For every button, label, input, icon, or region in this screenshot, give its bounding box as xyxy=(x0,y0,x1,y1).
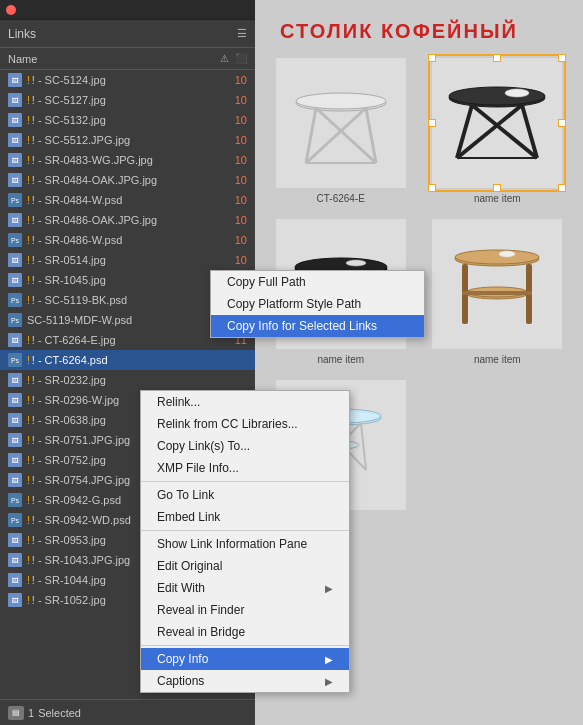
link-type-icon: 🖼 xyxy=(8,253,22,267)
menu-item-label: Show Link Information Pane xyxy=(157,537,307,551)
link-type-icon: 🖼 xyxy=(8,213,22,227)
svg-rect-29 xyxy=(462,291,532,295)
menu-separator xyxy=(141,530,349,531)
link-name: ! - SC-5132.jpg xyxy=(32,114,231,126)
warning-icon: ! xyxy=(27,95,30,106)
column-icons: ⚠ ⬛ xyxy=(220,53,247,64)
link-item[interactable]: 🖼!! - SC-5127.jpg10 xyxy=(0,90,255,110)
warning-icon: ! xyxy=(27,115,30,126)
warning-icon: ! xyxy=(27,275,30,286)
menu-item-embed-link[interactable]: Embed Link xyxy=(141,506,349,528)
link-name: ! - SC-5512.JPG.jpg xyxy=(32,134,231,146)
menu-item-reveal-finder[interactable]: Reveal in Finder xyxy=(141,599,349,621)
link-number: 10 xyxy=(231,114,247,126)
menu-item-label: Copy Info xyxy=(157,652,208,666)
submenu-item-copy-info-selected[interactable]: Copy Info for Selected Links xyxy=(211,315,424,337)
warning-icon: ! xyxy=(27,535,30,546)
selected-label: Selected xyxy=(38,707,81,719)
link-item[interactable]: 🖼!! - SC-5512.JPG.jpg10 xyxy=(0,130,255,150)
warning-icon: ! xyxy=(27,155,30,166)
link-number: 10 xyxy=(231,174,247,186)
link-name: ! - SR-0486-OAK.JPG.jpg xyxy=(32,214,231,226)
link-type-icon: Ps xyxy=(8,513,22,527)
link-item[interactable]: Ps!! - SR-0486-W.psd10 xyxy=(0,230,255,250)
product-cell-2[interactable]: name item xyxy=(427,58,569,204)
menu-item-show-link-info[interactable]: Show Link Information Pane xyxy=(141,533,349,555)
warning-icon: ! xyxy=(27,255,30,266)
link-item[interactable]: 🖼!! - SR-0232.jpg xyxy=(0,370,255,390)
link-type-icon: 🖼 xyxy=(8,453,22,467)
product-label-2: name item xyxy=(474,193,521,204)
menu-item-captions[interactable]: Captions▶ xyxy=(141,670,349,692)
panel-footer: ▤ 1 Selected xyxy=(0,699,255,725)
warning-icon: ! xyxy=(27,75,30,86)
menu-item-copy-info[interactable]: Copy Info▶ xyxy=(141,648,349,670)
menu-item-relink-cc[interactable]: Relink from CC Libraries... xyxy=(141,413,349,435)
product-cell-4[interactable]: name item xyxy=(427,219,569,365)
link-type-icon: Ps xyxy=(8,353,22,367)
link-number: 10 xyxy=(231,194,247,206)
link-type-icon: 🖼 xyxy=(8,393,22,407)
menu-item-xmp-info[interactable]: XMP File Info... xyxy=(141,457,349,479)
product-image-wrapper-1 xyxy=(276,58,406,188)
warning-icon: ! xyxy=(27,235,30,246)
svg-point-1 xyxy=(296,93,386,109)
link-item[interactable]: 🖼!! - SC-5124.jpg10 xyxy=(0,70,255,90)
panel-menu-icon[interactable]: ☰ xyxy=(237,27,247,40)
links-tab[interactable]: Links xyxy=(8,27,36,41)
link-type-icon: 🖼 xyxy=(8,173,22,187)
svg-point-30 xyxy=(499,251,515,257)
menu-item-reveal-bridge[interactable]: Reveal in Bridge xyxy=(141,621,349,643)
link-item[interactable]: 🖼!! - SR-0514.jpg10 xyxy=(0,250,255,270)
link-item[interactable]: 🖼!! - SC-5132.jpg10 xyxy=(0,110,255,130)
product-image-wrapper-4 xyxy=(432,219,562,349)
menu-item-edit-original[interactable]: Edit Original xyxy=(141,555,349,577)
close-button[interactable] xyxy=(6,5,16,15)
menu-item-go-to-link[interactable]: Go To Link xyxy=(141,484,349,506)
link-name: ! - SC-5119-BK.psd xyxy=(32,294,231,306)
link-type-icon: 🖼 xyxy=(8,473,22,487)
link-number: 10 xyxy=(231,134,247,146)
submenu-arrow-icon: ▶ xyxy=(325,654,333,665)
link-item[interactable]: 🖼!! - SR-0486-OAK.JPG.jpg10 xyxy=(0,210,255,230)
product-image-wrapper-2 xyxy=(432,58,562,188)
link-type-icon: 🖼 xyxy=(8,93,22,107)
link-item[interactable]: 🖼!! - SR-0483-WG.JPG.jpg10 xyxy=(0,150,255,170)
submenu-item-copy-platform-path[interactable]: Copy Platform Style Path xyxy=(211,293,424,315)
submenu-item-copy-full-path[interactable]: Copy Full Path xyxy=(211,271,424,293)
svg-line-34 xyxy=(361,423,366,470)
link-item[interactable]: Ps!! - SR-0484-W.psd10 xyxy=(0,190,255,210)
link-type-icon: 🖼 xyxy=(8,433,22,447)
menu-item-edit-with[interactable]: Edit With▶ xyxy=(141,577,349,599)
link-number: 10 xyxy=(231,94,247,106)
product-image-4 xyxy=(432,219,562,349)
handle-bl xyxy=(428,184,436,192)
link-item[interactable]: 🖼!! - SR-0484-OAK.JPG.jpg10 xyxy=(0,170,255,190)
handle-tl xyxy=(428,54,436,62)
link-type-icon: 🖼 xyxy=(8,273,22,287)
page-title: СТОЛИК КОФЕЙНЫЙ xyxy=(280,20,518,43)
menu-item-label: Go To Link xyxy=(157,488,214,502)
submenu-arrow-icon: ▶ xyxy=(325,583,333,594)
warning-icon: ! xyxy=(27,395,30,406)
panel-header: Links ☰ xyxy=(0,20,255,48)
link-type-icon: 🖼 xyxy=(8,73,22,87)
menu-separator xyxy=(141,645,349,646)
link-name: ! - SR-0486-W.psd xyxy=(32,234,231,246)
warning-icon: ! xyxy=(27,135,30,146)
menu-item-relink[interactable]: Relink... xyxy=(141,391,349,413)
link-name: ! - SC-5127.jpg xyxy=(32,94,231,106)
link-type-icon: 🖼 xyxy=(8,333,22,347)
link-type-icon: 🖼 xyxy=(8,153,22,167)
handle-rm xyxy=(558,119,566,127)
menu-item-label: Edit Original xyxy=(157,559,222,573)
warning-icon: ! xyxy=(27,415,30,426)
product-image-2 xyxy=(432,58,562,188)
context-menu: Relink...Relink from CC Libraries...Copy… xyxy=(140,390,350,693)
product-cell-1[interactable]: CT-6264-E xyxy=(270,58,412,204)
submenu: Copy Full PathCopy Platform Style PathCo… xyxy=(210,270,425,338)
menu-item-copy-links[interactable]: Copy Link(s) To... xyxy=(141,435,349,457)
link-number: 10 xyxy=(231,74,247,86)
link-item[interactable]: Ps!! - CT-6264.psd xyxy=(0,350,255,370)
link-type-icon: 🖼 xyxy=(8,133,22,147)
